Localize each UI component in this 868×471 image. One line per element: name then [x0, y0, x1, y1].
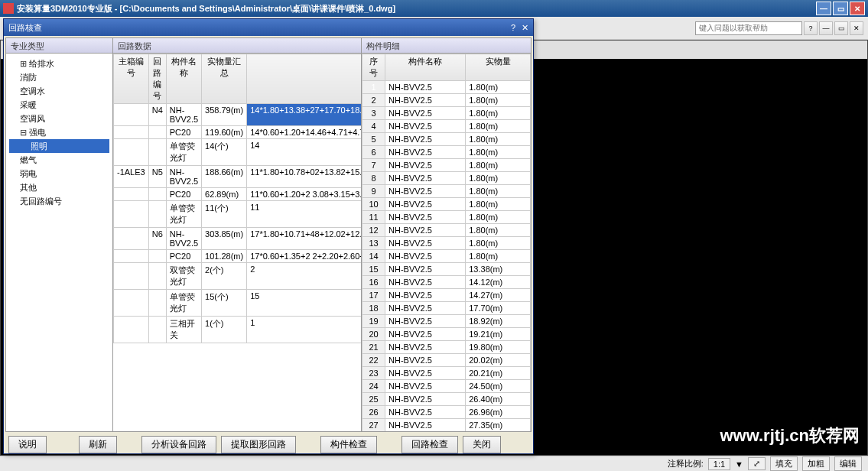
table-cell: NH-BVV2.5: [385, 341, 466, 354]
table-row[interactable]: 21NH-BVV2.519.80(m): [362, 341, 531, 354]
table-cell: NH-BVV2.5: [385, 276, 466, 289]
table-row[interactable]: 16NH-BVV2.514.12(m): [362, 276, 531, 289]
table-row[interactable]: 26NH-BVV2.526.96(m): [362, 406, 531, 419]
table-cell: NH-BVV2.5: [385, 224, 466, 237]
table-row[interactable]: 19NH-BVV2.518.92(m): [362, 315, 531, 328]
table-row[interactable]: -1ALE3N5NH-BVV2.5188.66(m)11*1.80+10.78+…: [114, 166, 362, 188]
explain-button[interactable]: 说明: [8, 436, 47, 453]
dialog-close-button[interactable]: ✕: [522, 23, 528, 33]
tree-item[interactable]: 给排水: [9, 57, 109, 70]
table-row[interactable]: 3NH-BVV2.51.80(m): [362, 107, 531, 120]
table-row[interactable]: 双管荧光灯2(个)2: [114, 263, 362, 290]
table-cell: 188.66(m): [202, 166, 247, 188]
tree-item[interactable]: 采暖: [9, 98, 109, 112]
table-row[interactable]: 2NH-BVV2.51.80(m): [362, 94, 531, 107]
loop-check-button[interactable]: 回路检查: [401, 436, 458, 453]
tree-item[interactable]: 照明: [9, 139, 109, 153]
table-row[interactable]: 1NH-BVV2.51.80(m): [362, 81, 531, 94]
dialog-help-button[interactable]: ?: [511, 23, 515, 32]
minimize-doc-button[interactable]: —: [819, 21, 833, 35]
analyze-button[interactable]: 分析设备回路: [141, 436, 216, 453]
table-cell: 13.38(m): [466, 263, 531, 276]
table-row[interactable]: 7NH-BVV2.51.80(m): [362, 159, 531, 172]
table-cell: [148, 250, 166, 263]
edit-button[interactable]: 编辑: [834, 456, 862, 471]
table-row[interactable]: 23NH-BVV2.520.21(m): [362, 367, 531, 380]
table-cell: [148, 263, 166, 290]
column-header[interactable]: 构件名称: [385, 54, 466, 81]
table-row[interactable]: 4NH-BVV2.51.80(m): [362, 120, 531, 133]
table-row[interactable]: 25NH-BVV2.526.40(m): [362, 393, 531, 406]
specialty-tree[interactable]: 给排水消防空调水采暖空调风强电照明燃气弱电其他无回路编号: [6, 54, 112, 211]
table-cell: NH-BVV2.5: [385, 406, 466, 419]
column-header[interactable]: 回路编号: [148, 54, 166, 104]
table-row[interactable]: 14NH-BVV2.51.80(m): [362, 250, 531, 263]
table-row[interactable]: PC20101.28(m)17*0.60+1.35+2 2+2.20+2.60+…: [114, 250, 362, 263]
table-cell: 1.80(m): [466, 81, 531, 94]
table-row[interactable]: 11NH-BVV2.51.80(m): [362, 211, 531, 224]
table-cell: NH-BVV2.5: [385, 328, 466, 341]
close-button[interactable]: ✕: [850, 2, 865, 15]
dialog-titlebar[interactable]: 回路核查 ? ✕: [4, 19, 533, 36]
column-header[interactable]: 序号: [362, 54, 385, 81]
table-row[interactable]: PC20119.60(m)14*0.60+1.20+14.46+4.71+4.7…: [114, 126, 362, 139]
tree-item[interactable]: 燃气: [9, 153, 109, 167]
table-row[interactable]: 12NH-BVV2.51.80(m): [362, 224, 531, 237]
table-row[interactable]: 22NH-BVV2.520.02(m): [362, 354, 531, 367]
bold-button[interactable]: 加粗: [802, 456, 830, 471]
table-row[interactable]: 10NH-BVV2.51.80(m): [362, 198, 531, 211]
table-row[interactable]: 单管荧光灯11(个)11: [114, 201, 362, 228]
restore-doc-button[interactable]: ▭: [834, 21, 848, 35]
table-row[interactable]: 6NH-BVV2.51.80(m): [362, 146, 531, 159]
tree-item[interactable]: 弱电: [9, 167, 109, 180]
table-row[interactable]: 8NH-BVV2.51.80(m): [362, 172, 531, 185]
close-doc-button[interactable]: ✕: [850, 21, 863, 35]
tree-item[interactable]: 消防: [9, 70, 109, 84]
component-check-button[interactable]: 构件检查: [320, 436, 377, 453]
table-row[interactable]: 9NH-BVV2.51.80(m): [362, 185, 531, 198]
column-header[interactable]: 工程量计: [247, 54, 361, 104]
table-row[interactable]: 15NH-BVV2.513.38(m): [362, 263, 531, 276]
table-cell: 2(个): [202, 263, 247, 290]
table-row[interactable]: N4NH-BVV2.5358.79(m)14*1.80+13.38+27+17.…: [114, 104, 362, 126]
table-row[interactable]: 三相开关1(个)1: [114, 317, 362, 343]
table-row[interactable]: 单管荧光灯14(个)14: [114, 139, 362, 166]
loop-data-scroll[interactable]: 主箱编号回路编号构件名称实物量汇总工程量计 N4NH-BVV2.5358.79(…: [113, 54, 361, 431]
help-search-input[interactable]: [695, 21, 802, 35]
column-header[interactable]: 实物量汇总: [202, 54, 247, 104]
table-cell: NH-BVV2.5: [385, 302, 466, 315]
table-row[interactable]: N6NH-BVV2.5303.85(m)17*1.80+10.71+48+12.…: [114, 228, 362, 250]
column-header[interactable]: 主箱编号: [114, 54, 149, 104]
scale-icon[interactable]: ⤢: [748, 457, 766, 470]
row-number: 9: [362, 185, 385, 198]
extract-button[interactable]: 提取图形回路: [221, 436, 296, 453]
table-row[interactable]: 5NH-BVV2.51.80(m): [362, 133, 531, 146]
ratio-value[interactable]: 1:1: [708, 458, 730, 470]
column-header[interactable]: 构件名称: [166, 54, 201, 104]
table-row[interactable]: 单管荧光灯15(个)15: [114, 290, 362, 317]
maximize-button[interactable]: ▭: [833, 2, 848, 15]
tree-item[interactable]: 空调水: [9, 84, 109, 98]
help-icon[interactable]: ?: [804, 21, 818, 35]
tree-item[interactable]: 无回路编号: [9, 194, 109, 208]
tree-item[interactable]: 空调风: [9, 112, 109, 125]
tree-item[interactable]: 强电: [9, 125, 109, 139]
table-row[interactable]: PC2062.89(m)11*0.60+1.20+2 3.08+3.15+3.5…: [114, 188, 362, 201]
minimize-button[interactable]: —: [816, 2, 831, 15]
tree-item[interactable]: 其他: [9, 180, 109, 194]
table-row[interactable]: 24NH-BVV2.524.50(m): [362, 380, 531, 393]
table-row[interactable]: 17NH-BVV2.514.27(m): [362, 289, 531, 302]
table-cell: NH-BVV2.5: [385, 185, 466, 198]
table-row[interactable]: 20NH-BVV2.519.21(m): [362, 328, 531, 341]
component-detail-scroll[interactable]: 序号构件名称实物量 1NH-BVV2.51.80(m)2NH-BVV2.51.8…: [362, 54, 531, 431]
table-row[interactable]: 13NH-BVV2.51.80(m): [362, 237, 531, 250]
column-header[interactable]: 实物量: [466, 54, 531, 81]
row-number: 10: [362, 198, 385, 211]
component-detail-header: 构件明细: [362, 38, 531, 54]
table-row[interactable]: 18NH-BVV2.517.70(m): [362, 302, 531, 315]
fill-button[interactable]: 填充: [770, 456, 798, 471]
refresh-button[interactable]: 刷新: [79, 436, 117, 453]
table-cell: 14.27(m): [466, 289, 531, 302]
dialog-close-footer-button[interactable]: 关闭: [463, 436, 501, 453]
table-row[interactable]: 27NH-BVV2.527.35(m): [362, 419, 531, 432]
